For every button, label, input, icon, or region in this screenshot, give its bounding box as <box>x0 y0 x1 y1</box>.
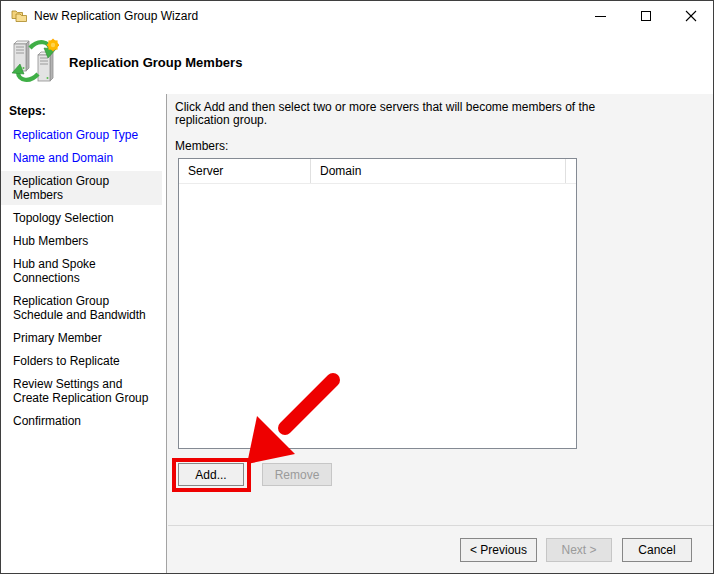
steps-list: Replication Group TypeName and DomainRep… <box>1 128 167 437</box>
sidebar-item-hub-members: Hub Members <box>1 234 167 248</box>
maximize-icon <box>641 11 651 21</box>
sidebar-item-replication-group-members: Replication Group Members <box>1 174 162 202</box>
remove-button: Remove <box>262 463 332 486</box>
steps-sidebar: Steps: Replication Group TypeName and Do… <box>1 94 167 573</box>
page-title: Replication Group Members <box>69 55 242 70</box>
sidebar-item-folders-to-replicate: Folders to Replicate <box>1 354 167 368</box>
instruction-line-2: replication group. <box>175 114 595 127</box>
members-listview[interactable]: ServerDomain <box>178 158 577 449</box>
annotation-highlight-rect <box>172 458 251 492</box>
close-button[interactable] <box>668 1 713 31</box>
sidebar-item-primary-member: Primary Member <box>1 331 167 345</box>
sidebar-item-topology-selection: Topology Selection <box>1 211 167 225</box>
column-header-domain[interactable]: Domain <box>311 159 566 183</box>
sidebar-item-confirmation: Confirmation <box>1 414 167 428</box>
instruction-text: Click Add and then select two or more se… <box>175 101 595 127</box>
window-title: New Replication Group Wizard <box>34 1 198 31</box>
members-label: Members: <box>175 139 228 153</box>
sidebar-item-name-and-domain[interactable]: Name and Domain <box>1 151 167 165</box>
previous-button[interactable]: < Previous <box>460 538 537 562</box>
steps-title: Steps: <box>9 104 46 118</box>
wizard-header: Replication Group Members <box>1 31 713 94</box>
members-table-body[interactable] <box>179 184 576 448</box>
sidebar-item-replication-group-schedule-and-bandwidth: Replication Group Schedule and Bandwidth <box>1 294 167 322</box>
footer-divider <box>168 525 713 526</box>
members-table-header: ServerDomain <box>179 159 576 184</box>
titlebar[interactable]: New Replication Group Wizard <box>1 1 713 31</box>
column-header-server[interactable]: Server <box>179 159 311 183</box>
wizard-window: New Replication Group Wizard <box>0 0 714 574</box>
maximize-button[interactable] <box>623 1 668 31</box>
minimize-button[interactable] <box>578 1 623 31</box>
minimize-icon <box>595 16 606 17</box>
replication-servers-icon <box>11 37 59 85</box>
sidebar-item-hub-and-spoke-connections: Hub and Spoke Connections <box>1 257 167 285</box>
cancel-button[interactable]: Cancel <box>622 538 692 562</box>
folders-icon <box>11 8 28 24</box>
next-button: Next > <box>546 538 612 562</box>
close-icon <box>685 10 697 22</box>
sidebar-item-replication-group-type[interactable]: Replication Group Type <box>1 128 167 142</box>
sidebar-item-review-settings-and-create-replication-group: Review Settings and Create Replication G… <box>1 377 167 405</box>
